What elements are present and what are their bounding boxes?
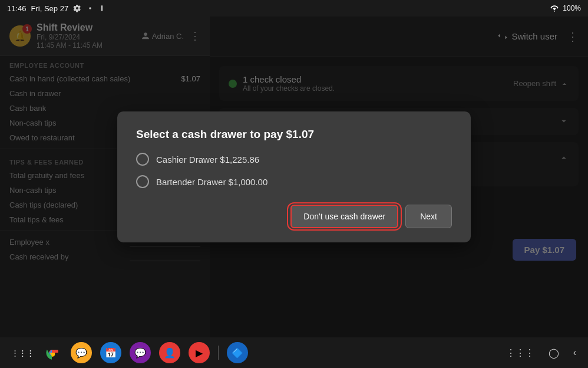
target-icon <box>86 4 94 12</box>
battery-display: 100% <box>563 4 581 12</box>
nav-back-button[interactable]: ‹ <box>573 347 576 358</box>
cashier-drawer-label: Cashier Drawer $1,225.86 <box>156 155 259 165</box>
date-display: Fri, Sep 27 <box>31 4 69 13</box>
app-calendar-button[interactable]: 📅 <box>100 342 121 363</box>
nav-home-button[interactable]: ◯ <box>549 347 559 359</box>
svg-rect-1 <box>101 5 103 11</box>
next-label: Next <box>420 212 437 221</box>
app-contacts-button[interactable]: 👤 <box>159 342 180 363</box>
app-messages-button[interactable]: 💬 <box>71 342 92 363</box>
status-bar-right: 100% <box>550 4 581 12</box>
app-grid-button[interactable]: ⋮⋮⋮ <box>12 342 33 363</box>
modal-overlay: Select a cash drawer to pay $1.07 Cashie… <box>0 17 588 337</box>
next-button[interactable]: Next <box>405 205 452 228</box>
bartender-drawer-label: Bartender Drawer $1,000.00 <box>156 177 267 187</box>
taskbar: ⋮⋮⋮ 💬 📅 💬 👤 ▶ 🔷 ⋮⋮⋮ ◯ ‹ <box>0 337 588 368</box>
app-chrome-button[interactable] <box>41 342 62 363</box>
time-display: 11:46 <box>7 4 27 13</box>
taskbar-nav: ⋮⋮⋮ ◯ ‹ <box>506 347 576 359</box>
cashier-drawer-option[interactable]: Cashier Drawer $1,225.86 <box>136 153 452 166</box>
nav-grid-button[interactable]: ⋮⋮⋮ <box>506 347 534 359</box>
cash-drawer-modal: Select a cash drawer to pay $1.07 Cashie… <box>117 111 471 242</box>
wifi-icon <box>550 4 559 12</box>
modal-title: Select a cash drawer to pay $1.07 <box>136 128 452 141</box>
bartender-radio[interactable] <box>136 175 149 188</box>
status-bar: 11:46 Fri, Sep 27 100% <box>0 0 588 17</box>
taskbar-apps: ⋮⋮⋮ 💬 📅 💬 👤 ▶ 🔷 <box>12 342 248 363</box>
bartender-drawer-option[interactable]: Bartender Drawer $1,000.00 <box>136 175 452 188</box>
svg-point-0 <box>89 7 91 9</box>
dash-icon <box>99 4 105 12</box>
app-browser-button[interactable]: 🔷 <box>227 342 248 363</box>
dont-use-cash-drawer-button[interactable]: Don't use cash drawer <box>290 205 398 228</box>
settings-icon <box>73 4 81 12</box>
taskbar-divider <box>218 346 219 360</box>
app-chat-button[interactable]: 💬 <box>130 342 151 363</box>
cashier-radio[interactable] <box>136 153 149 166</box>
modal-actions: Don't use cash drawer Next <box>136 205 452 228</box>
app-youtube-button[interactable]: ▶ <box>189 342 210 363</box>
status-bar-left: 11:46 Fri, Sep 27 <box>7 4 105 13</box>
dont-use-label: Don't use cash drawer <box>303 212 385 221</box>
